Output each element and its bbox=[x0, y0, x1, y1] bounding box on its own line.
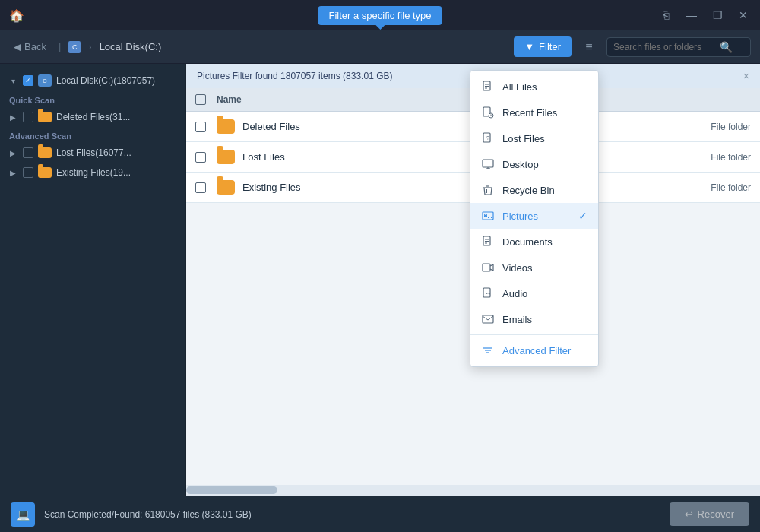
path-separator: | bbox=[59, 41, 61, 52]
list-view-button[interactable]: ≡ bbox=[578, 36, 600, 59]
menu-item-emails[interactable]: Emails bbox=[470, 306, 598, 332]
svg-rect-25 bbox=[483, 315, 493, 323]
checkbox-header[interactable] bbox=[195, 94, 206, 105]
sidebar: ▾ ✓ C Local Disk(C:)(1807057) Quick Scan… bbox=[0, 64, 186, 496]
folder-icon-row-0 bbox=[217, 119, 235, 134]
checkbox-root[interactable]: ✓ bbox=[23, 75, 33, 86]
recycle-bin-icon bbox=[481, 183, 495, 197]
all-files-icon bbox=[481, 80, 495, 93]
recover-label: Recover bbox=[698, 508, 734, 520]
checkbox-deleted[interactable] bbox=[23, 112, 33, 122]
menu-label-audio: Audio bbox=[502, 288, 527, 299]
filter-button[interactable]: ▼ Filter bbox=[514, 36, 572, 57]
file-type-1: File folder bbox=[682, 152, 751, 163]
recover-button[interactable]: ↩ Recover bbox=[670, 502, 749, 526]
sidebar-lost-label: Lost Files(16077... bbox=[56, 147, 178, 158]
close-button[interactable]: ✕ bbox=[733, 5, 754, 26]
breadcrumb-path: Local Disk(C:) bbox=[100, 41, 162, 52]
menu-item-lost-files[interactable]: ? Lost Files bbox=[470, 125, 598, 151]
svg-rect-24 bbox=[483, 288, 490, 297]
folder-icon-deleted bbox=[38, 112, 52, 122]
header-check bbox=[195, 94, 217, 105]
menu-label-recent-files: Recent Files bbox=[502, 107, 557, 119]
menu-divider bbox=[470, 334, 598, 335]
menu-item-recycle-bin[interactable]: Recycle Bin bbox=[470, 177, 598, 203]
address-bar: ◀ Back | C › Local Disk(C:) ▼ Filter ≡ 🔍 bbox=[0, 30, 760, 64]
recover-icon: ↩ bbox=[685, 508, 693, 520]
menu-item-documents[interactable]: Documents bbox=[470, 229, 598, 255]
sidebar-item-lost[interactable]: ▶ Lost Files(16077... bbox=[0, 143, 185, 163]
menu-item-all-files[interactable]: All Files bbox=[470, 74, 598, 100]
status-text: Scan Completed/Found: 6180057 files (833… bbox=[44, 509, 660, 520]
filter-tooltip: Filter a specific file type bbox=[318, 6, 442, 25]
path-drive-icon: C bbox=[68, 41, 81, 53]
file-name-1: Lost Files bbox=[242, 151, 682, 163]
menu-label-pictures: Pictures bbox=[502, 211, 538, 222]
disk-icon: C bbox=[38, 74, 52, 87]
breadcrumb-arrow: › bbox=[88, 41, 91, 52]
scroll-thumb[interactable] bbox=[186, 486, 277, 494]
share-button[interactable]: ⎗ bbox=[655, 5, 676, 26]
title-bar-controls: ⎗ — ❐ ✕ bbox=[655, 5, 754, 26]
menu-item-videos[interactable]: Videos bbox=[470, 255, 598, 280]
home-icon[interactable]: 🏠 bbox=[6, 5, 27, 26]
svg-text:?: ? bbox=[486, 135, 489, 141]
sidebar-item-existing[interactable]: ▶ Existing Files(19... bbox=[0, 163, 185, 182]
folder-icon-lost bbox=[38, 147, 52, 158]
minimize-button[interactable]: — bbox=[681, 5, 702, 26]
documents-icon bbox=[481, 235, 495, 249]
drive-icon: C bbox=[68, 41, 81, 53]
sidebar-root-label: Local Disk(C:)(1807057) bbox=[56, 75, 178, 86]
sidebar-deleted-label: Deleted Files(31... bbox=[56, 112, 178, 122]
search-button[interactable]: 🔍 bbox=[720, 41, 733, 53]
checkbox-existing[interactable] bbox=[23, 167, 33, 178]
folder-icon-existing bbox=[38, 167, 52, 178]
expand-arrow-existing: ▶ bbox=[8, 169, 18, 177]
search-input[interactable] bbox=[613, 42, 720, 52]
checkbox-row-1[interactable] bbox=[195, 152, 206, 163]
svg-rect-10 bbox=[483, 160, 493, 167]
computer-icon: 💻 bbox=[17, 508, 30, 521]
menu-item-advanced-filter[interactable]: Advanced Filter bbox=[470, 337, 598, 363]
search-box[interactable]: 🔍 bbox=[606, 37, 751, 57]
status-icon: 💻 bbox=[11, 502, 35, 527]
menu-label-all-files: All Files bbox=[502, 81, 537, 93]
menu-label-videos: Videos bbox=[502, 262, 533, 274]
main-layout: ▾ ✓ C Local Disk(C:)(1807057) Quick Scan… bbox=[0, 64, 760, 496]
checkbox-row-0[interactable] bbox=[195, 122, 206, 132]
menu-item-recent-files[interactable]: Recent Files bbox=[470, 100, 598, 125]
horizontal-scrollbar[interactable] bbox=[186, 485, 760, 496]
title-bar: 🏠 Filter a specific file type ⎗ — ❐ ✕ bbox=[0, 0, 760, 30]
row-check-0[interactable] bbox=[195, 122, 217, 132]
menu-item-pictures[interactable]: Pictures ✓ bbox=[470, 203, 598, 229]
menu-item-audio[interactable]: Audio bbox=[470, 280, 598, 306]
back-label: Back bbox=[24, 41, 46, 52]
scan-info-close[interactable]: × bbox=[743, 70, 749, 82]
advanced-filter-icon bbox=[481, 344, 495, 357]
emails-icon bbox=[481, 312, 495, 326]
back-button[interactable]: ◀ Back bbox=[9, 38, 51, 55]
menu-label-documents: Documents bbox=[502, 236, 553, 248]
row-check-2[interactable] bbox=[195, 182, 217, 193]
list-view-icon: ≡ bbox=[585, 40, 592, 54]
lost-files-icon: ? bbox=[481, 131, 495, 145]
expand-arrow-lost: ▶ bbox=[8, 149, 18, 157]
pictures-checkmark: ✓ bbox=[578, 210, 587, 222]
title-bar-left: 🏠 bbox=[6, 5, 27, 26]
menu-label-lost-files: Lost Files bbox=[502, 133, 545, 144]
file-type-0: File folder bbox=[682, 122, 751, 132]
file-type-2: File folder bbox=[682, 182, 751, 193]
row-check-1[interactable] bbox=[195, 152, 217, 163]
menu-label-recycle-bin: Recycle Bin bbox=[502, 185, 555, 196]
checkbox-lost[interactable] bbox=[23, 147, 33, 158]
checkbox-row-2[interactable] bbox=[195, 182, 206, 193]
expand-arrow-deleted: ▶ bbox=[8, 113, 18, 122]
sidebar-item-deleted[interactable]: ▶ Deleted Files(31... bbox=[0, 107, 185, 127]
menu-item-desktop[interactable]: Desktop bbox=[470, 151, 598, 177]
back-arrow-icon: ◀ bbox=[14, 41, 21, 52]
sidebar-item-root[interactable]: ▾ ✓ C Local Disk(C:)(1807057) bbox=[0, 70, 185, 91]
restore-button[interactable]: ❐ bbox=[707, 5, 728, 26]
pictures-icon bbox=[481, 209, 495, 223]
menu-label-desktop: Desktop bbox=[502, 159, 539, 170]
videos-icon bbox=[481, 261, 495, 274]
